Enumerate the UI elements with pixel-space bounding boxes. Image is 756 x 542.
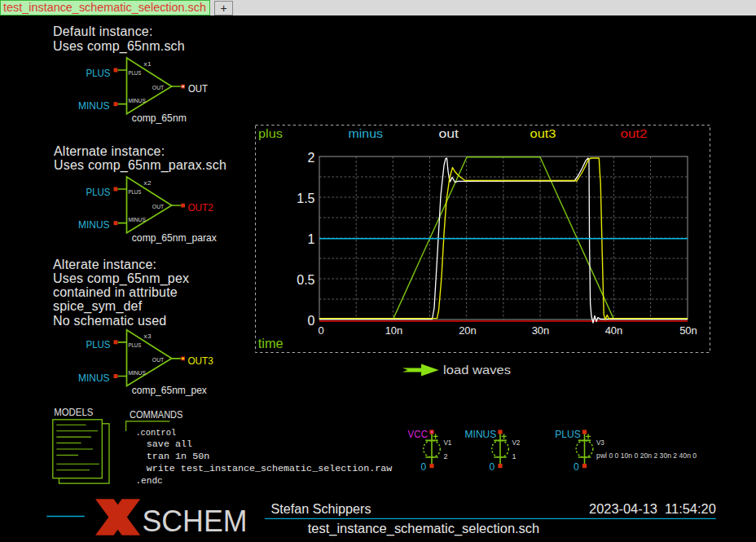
svg-text:10n: 10n bbox=[385, 324, 403, 337]
svg-text:contained in attribute: contained in attribute bbox=[53, 285, 178, 299]
svg-text:comp_65nm_pex: comp_65nm_pex bbox=[132, 384, 207, 396]
svg-text:30n: 30n bbox=[532, 324, 550, 337]
svg-text:V1: V1 bbox=[443, 438, 451, 447]
svg-text:MINUS: MINUS bbox=[128, 369, 146, 377]
svg-text:1: 1 bbox=[308, 232, 315, 246]
svg-text:SCHEM: SCHEM bbox=[143, 505, 248, 538]
svg-text:OUT: OUT bbox=[152, 356, 165, 364]
svg-text:PLUS: PLUS bbox=[86, 186, 111, 198]
svg-text:MINUS: MINUS bbox=[128, 216, 146, 223]
svg-text:+: + bbox=[220, 2, 226, 15]
svg-text:PLUS: PLUS bbox=[86, 67, 111, 79]
svg-text:OUT: OUT bbox=[152, 203, 165, 210]
svg-text:OUT2: OUT2 bbox=[187, 201, 213, 214]
svg-text:x2: x2 bbox=[144, 179, 152, 187]
svg-text:2: 2 bbox=[443, 452, 447, 460]
svg-text:Stefan Schippers: Stefan Schippers bbox=[271, 502, 371, 516]
svg-text:PLUS: PLUS bbox=[555, 428, 581, 440]
svg-text:plus: plus bbox=[258, 126, 283, 140]
svg-text:0.5: 0.5 bbox=[297, 273, 314, 287]
svg-text:20n: 20n bbox=[459, 324, 477, 337]
svg-text:Uses comp_65nm.sch: Uses comp_65nm.sch bbox=[53, 39, 185, 54]
svg-text:Default instance:: Default instance: bbox=[53, 24, 153, 38]
svg-text:MINUS: MINUS bbox=[128, 97, 146, 104]
svg-text:.endc: .endc bbox=[135, 475, 162, 486]
svg-text:40n: 40n bbox=[605, 324, 623, 337]
svg-text:MINUS: MINUS bbox=[465, 428, 497, 440]
svg-text:.control: .control bbox=[135, 427, 176, 438]
svg-text:Uses comp_65nm_pex: Uses comp_65nm_pex bbox=[53, 271, 189, 286]
svg-text:out2: out2 bbox=[621, 126, 648, 140]
svg-text:pwl 0 0 10n 0 20n 2 30n 2 40n: pwl 0 0 10n 0 20n 2 30n 2 40n 0 bbox=[596, 452, 697, 460]
svg-text:OUT: OUT bbox=[188, 82, 208, 95]
svg-text:2023-04-13 11:54:20: 2023-04-13 11:54:20 bbox=[589, 502, 716, 516]
svg-text:comp_65nm: comp_65nm bbox=[132, 112, 187, 124]
svg-text:1.5: 1.5 bbox=[297, 192, 314, 205]
svg-text:V2: V2 bbox=[512, 438, 520, 447]
svg-text:MINUS: MINUS bbox=[78, 218, 110, 231]
svg-text:spice_sym_def: spice_sym_def bbox=[53, 299, 143, 314]
svg-text:0: 0 bbox=[574, 461, 579, 473]
svg-text:VCC: VCC bbox=[408, 428, 428, 440]
svg-text:MINUS: MINUS bbox=[78, 372, 110, 384]
svg-text:0: 0 bbox=[490, 461, 495, 473]
svg-text:tran 1n 50n: tran 1n 50n bbox=[147, 451, 209, 461]
svg-text:PLUS: PLUS bbox=[128, 342, 141, 349]
svg-text:out3: out3 bbox=[530, 126, 556, 140]
svg-text:OUT3: OUT3 bbox=[187, 355, 213, 367]
svg-text:PLUS: PLUS bbox=[86, 338, 111, 350]
svg-text:MODELS: MODELS bbox=[54, 407, 93, 418]
svg-text:COMMANDS: COMMANDS bbox=[130, 409, 182, 421]
svg-text:write test_instance_schematic_: write test_instance_schematic_selection.… bbox=[147, 463, 393, 474]
svg-text:OUT: OUT bbox=[152, 84, 165, 91]
svg-text:1: 1 bbox=[512, 452, 516, 460]
svg-text:PLUS: PLUS bbox=[128, 69, 141, 77]
svg-text:MINUS: MINUS bbox=[78, 99, 110, 112]
svg-text:50n: 50n bbox=[679, 324, 697, 337]
svg-text:Alterate instance:: Alterate instance: bbox=[53, 258, 156, 271]
svg-text:load waves: load waves bbox=[443, 363, 511, 377]
svg-text:0: 0 bbox=[308, 314, 315, 328]
svg-text:2: 2 bbox=[308, 151, 315, 165]
svg-text:time: time bbox=[258, 337, 284, 350]
svg-text:save all: save all bbox=[147, 438, 192, 449]
svg-text:PLUS: PLUS bbox=[128, 188, 141, 196]
svg-text:test_instance_schematic_select: test_instance_schematic_selection.sch bbox=[3, 1, 206, 14]
svg-text:out: out bbox=[439, 126, 459, 140]
svg-text:x3: x3 bbox=[144, 333, 152, 340]
svg-text:minus: minus bbox=[349, 126, 384, 140]
svg-text:No schematic used: No schematic used bbox=[53, 314, 166, 328]
svg-text:0: 0 bbox=[318, 324, 323, 337]
svg-text:x1: x1 bbox=[144, 60, 152, 68]
svg-text:Alternate instance:: Alternate instance: bbox=[54, 144, 165, 158]
svg-text:Uses comp_65nm_parax.sch: Uses comp_65nm_parax.sch bbox=[54, 158, 226, 173]
svg-text:V3: V3 bbox=[596, 438, 604, 447]
svg-text:comp_65nm_parax: comp_65nm_parax bbox=[132, 231, 217, 244]
svg-text:0: 0 bbox=[421, 461, 427, 473]
svg-text:test_instance_schematic_select: test_instance_schematic_selection.sch bbox=[308, 522, 539, 536]
